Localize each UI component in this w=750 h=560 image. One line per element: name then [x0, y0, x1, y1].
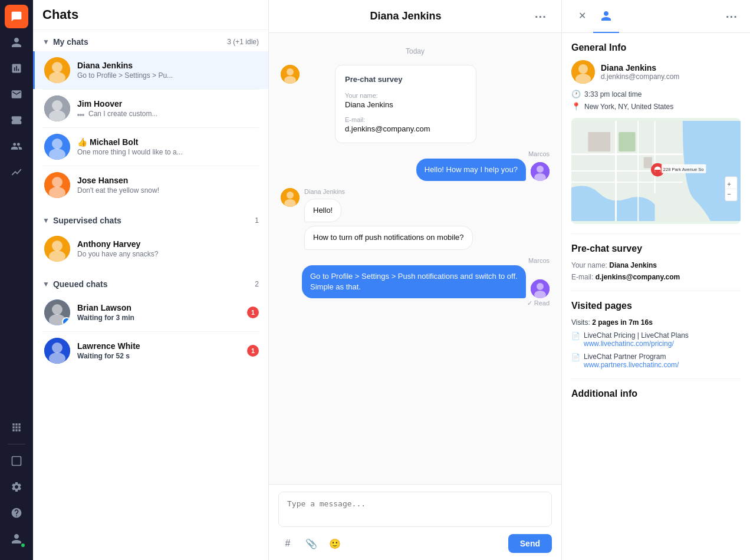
details-panel: ✕ ⋯ General Info Diana Jenkins d.jenkins… [561, 0, 750, 560]
queued-chats-label: Queued chats [53, 279, 251, 289]
page-url-2[interactable]: www.partners.livechatinc.com/ [584, 361, 679, 369]
chat-info-diana: Diana Jenkins Go to Profile > Settings >… [77, 61, 259, 80]
agent-message-row-2: Go to Profile > Settings > Push notifica… [302, 265, 550, 298]
survey-name-row: Your name: Diana Jenkins [571, 261, 741, 269]
customer-avatar-msg [281, 188, 300, 207]
notification-badge-lawrence: 1 [247, 345, 259, 357]
my-chats-chevron[interactable]: ▼ [42, 38, 50, 46]
chat-item-michael[interactable]: 👍 Michael Bolt One more thing I would li… [33, 128, 268, 166]
nav-profile-icon[interactable] [5, 527, 28, 551]
page-title: Chats [42, 7, 78, 22]
details-more-button[interactable]: ⋯ [722, 7, 741, 26]
details-tabs: ✕ [571, 0, 619, 33]
survey-name-value-detail: Diana Jenkins [609, 261, 657, 269]
chat-item-diana[interactable]: Diana Jenkins Go to Profile > Settings >… [33, 51, 268, 89]
chat-preview-lawrence: Waiting for 52 s [77, 352, 240, 360]
survey-email-value: d.jenkins@company.com [345, 124, 466, 133]
chat-item-jim[interactable]: Jim Hoover Can I create custom... [33, 90, 268, 127]
chat-name-anthony: Anthony Harvey [77, 239, 259, 249]
chat-preview-michael: One more thing I would like to a... [77, 148, 259, 156]
agent-avatar-2 [531, 279, 550, 298]
survey-card-title: Pre-chat survey [345, 75, 466, 84]
survey-email-label: E-mail: [345, 116, 365, 123]
details-body: General Info Diana Jenkins d.jenkins@com… [562, 33, 750, 416]
send-button[interactable]: Send [508, 534, 552, 553]
survey-email-row: E-mail: d.jenkins@company.com [571, 273, 741, 281]
tab-close[interactable]: ✕ [571, 0, 593, 33]
details-avatar [571, 60, 595, 84]
survey-name-label-detail: Your name: [571, 261, 607, 269]
survey-message-row: Pre-chat survey Your name: Diana Jenkins… [281, 65, 550, 143]
contact-email: d.jenkins@company.com [601, 73, 679, 81]
chat-name-diana: Diana Jenkins [77, 61, 259, 70]
nav-reports-icon[interactable] [5, 57, 28, 80]
page-icon-2: 📄 [571, 353, 580, 361]
nav-status-icon[interactable] [5, 449, 28, 473]
chat-info-jim: Jim Hoover Can I create custom... [77, 99, 259, 118]
tab-profile[interactable] [593, 0, 619, 33]
svg-point-17 [52, 304, 63, 315]
nav-settings-icon[interactable] [5, 475, 28, 499]
chat-item-lawrence[interactable]: Lawrence White Waiting for 52 s 1 [33, 332, 268, 370]
chat-more-button[interactable]: ⋯ [531, 7, 550, 26]
svg-point-20 [52, 342, 63, 353]
visited-pages-section: Visited pages Visits: 2 pages in 7m 16s … [571, 291, 741, 369]
nav-inbox-icon[interactable] [5, 83, 28, 106]
general-info-title: General Info [571, 42, 741, 53]
supervised-chats-chevron[interactable]: ▼ [42, 216, 50, 225]
svg-point-2 [52, 62, 63, 73]
agent-avatar-1 [531, 162, 550, 181]
customer-sender-label: Diana Jenkins [304, 188, 473, 195]
hashtag-button[interactable]: # [278, 534, 297, 553]
notification-badge-brian: 1 [247, 307, 259, 318]
chat-contact-name: Diana Jenkins [370, 10, 441, 22]
icon-bar [0, 0, 33, 560]
details-header: ✕ ⋯ [562, 0, 750, 33]
nav-agents-icon[interactable] [5, 31, 28, 54]
customer-bubble-hello: Hello! [304, 199, 341, 222]
agent-message-1-group: Marcos Hello! How may I help you? [281, 150, 550, 181]
jim-typing-text: Can I create custom... [88, 110, 157, 118]
queued-chats-chevron[interactable]: ▼ [42, 280, 50, 288]
svg-text:+: + [727, 180, 731, 187]
page-visit-2: 📄 LiveChat Partner Program www.partners.… [571, 353, 741, 369]
agent-sender-label-2: Marcos [528, 257, 550, 264]
avatar-lawrence [44, 338, 70, 364]
chat-name-brian: Brian Lawson [77, 303, 240, 312]
nav-chats-icon[interactable] [5, 5, 28, 28]
page-url-1[interactable]: www.livechatinc.com/pricing/ [584, 340, 689, 348]
emoji-button[interactable]: 🙂 [325, 534, 344, 553]
svg-point-35 [578, 64, 588, 74]
attachment-button[interactable]: 📎 [302, 534, 321, 553]
nav-help-icon[interactable] [5, 501, 28, 525]
chat-preview-anthony: Do you have any snacks? [77, 250, 259, 258]
typing-dots-jim [77, 110, 84, 118]
chat-item-jose[interactable]: Jose Hansen Don't eat the yellow snow! [33, 166, 268, 204]
map-container[interactable]: 228 Park Avenue So + − [571, 118, 741, 224]
chat-item-brian[interactable]: f Brian Lawson Waiting for 3 min 1 [33, 294, 268, 331]
input-tools: # 📎 🙂 [278, 534, 344, 553]
my-chats-label: My chats [53, 37, 223, 47]
nav-tickets-icon[interactable] [5, 108, 28, 132]
chat-item-anthony[interactable]: Anthony Harvey Do you have any snacks? [33, 230, 268, 268]
customer-bubble-question: How to turn off push notifications on mo… [304, 226, 473, 249]
location-row: 📍 New York, NY, United States [571, 102, 741, 111]
svg-text:−: − [727, 190, 731, 197]
general-info-row: Diana Jenkins d.jenkins@company.com [571, 60, 741, 84]
chat-info-lawrence: Lawrence White Waiting for 52 s [77, 341, 240, 360]
customer-message-group: Diana Jenkins Hello! How to turn off pus… [281, 188, 550, 249]
svg-point-11 [52, 177, 63, 187]
clock-icon: 🕐 [571, 90, 581, 98]
michael-emoji: 👍 [77, 137, 87, 147]
location: New York, NY, United States [584, 103, 673, 111]
contact-name: Diana Jenkins [601, 63, 679, 73]
nav-analytics-icon[interactable] [5, 160, 28, 184]
queued-chats-section-header: ▼ Queued chats 2 [33, 272, 268, 294]
avatar-michael [44, 134, 70, 160]
survey-card: Pre-chat survey Your name: Diana Jenkins… [335, 65, 476, 143]
agent-bubble-2: Go to Profile > Settings > Push notifica… [302, 265, 526, 298]
nav-apps-icon[interactable] [5, 416, 28, 439]
survey-email-label-detail: E-mail: [571, 273, 593, 281]
nav-customers-icon[interactable] [5, 134, 28, 158]
message-input[interactable] [278, 492, 552, 527]
